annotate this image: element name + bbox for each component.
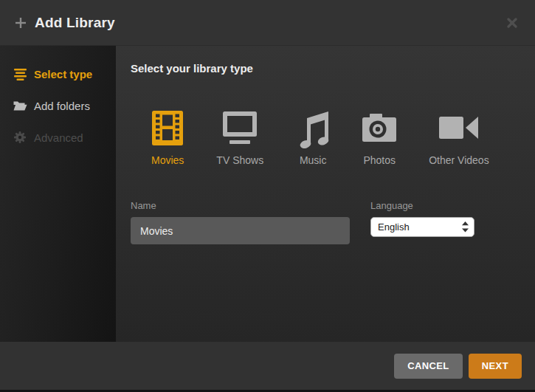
close-icon[interactable] — [504, 15, 520, 31]
sidebar-item-advanced: Advanced — [0, 128, 116, 147]
sidebar-item-label: Select type — [34, 68, 92, 80]
sidebar-item-label: Add folders — [34, 100, 90, 112]
panel-heading: Select your library type — [131, 62, 520, 75]
dialog-content: Select type Add folders — [0, 46, 535, 342]
dialog-footer: CANCEL NEXT — [0, 342, 535, 390]
music-note-icon — [296, 107, 330, 148]
type-label: Music — [300, 154, 327, 166]
list-lines-icon — [12, 68, 28, 80]
name-field-label: Name — [131, 200, 350, 211]
select-spinner-icon — [462, 221, 469, 233]
plus-icon — [15, 17, 27, 29]
camera-icon — [362, 107, 396, 148]
type-music[interactable]: Music — [296, 107, 330, 166]
film-icon — [152, 107, 183, 148]
language-select-value: English — [378, 221, 410, 233]
type-movies[interactable]: Movies — [151, 107, 184, 166]
type-label: Movies — [151, 154, 184, 166]
dialog-header: Add Library — [0, 0, 535, 46]
next-button[interactable]: NEXT — [469, 354, 522, 379]
dialog-title: Add Library — [35, 15, 115, 31]
sidebar: Select type Add folders — [0, 46, 116, 342]
type-label: Photos — [363, 154, 396, 166]
type-other-videos[interactable]: Other Videos — [429, 107, 489, 166]
language-field-label: Language — [370, 200, 474, 211]
video-camera-icon — [439, 107, 479, 148]
language-field-group: Language English — [370, 200, 474, 244]
sidebar-item-add-folders[interactable]: Add folders — [0, 96, 116, 115]
library-type-row: Movies TV Shows — [151, 107, 520, 166]
folder-icon — [12, 100, 28, 111]
type-label: TV Shows — [216, 154, 263, 166]
main-panel: Select your library type — [116, 46, 535, 342]
gear-icon — [12, 131, 28, 143]
language-select[interactable]: English — [370, 217, 474, 237]
sidebar-item-label: Advanced — [34, 131, 83, 144]
add-library-dialog: Add Library Select type — [0, 0, 535, 392]
name-field-group: Name — [131, 200, 350, 244]
type-photos[interactable]: Photos — [362, 107, 396, 166]
tv-icon — [223, 107, 257, 148]
library-form-row: Name Language English — [131, 200, 520, 244]
type-tv-shows[interactable]: TV Shows — [216, 107, 263, 166]
type-label: Other Videos — [429, 154, 489, 166]
sidebar-item-select-type[interactable]: Select type — [0, 64, 116, 83]
cancel-button[interactable]: CANCEL — [394, 354, 463, 379]
name-input[interactable] — [131, 217, 350, 244]
